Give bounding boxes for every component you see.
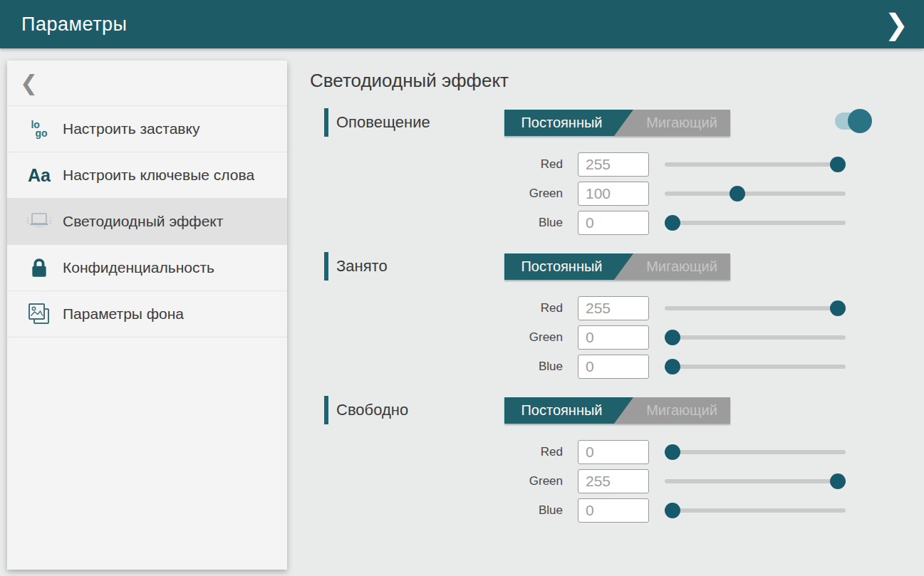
- notification-enabled-toggle[interactable]: [835, 109, 872, 133]
- background-image-icon: [24, 302, 54, 326]
- sidebar-item-screensaver[interactable]: logo Настроить заставку: [7, 106, 287, 152]
- slider-thumb[interactable]: [665, 215, 680, 231]
- sidebar-item-privacy[interactable]: Конфиденциальность: [7, 245, 287, 291]
- blue-slider[interactable]: [665, 503, 846, 518]
- mode-option-blinking[interactable]: Мигающий: [633, 253, 730, 280]
- blue-label: Blue: [310, 216, 563, 230]
- green-slider[interactable]: [665, 330, 846, 345]
- mode-option-constant[interactable]: Постоянный: [504, 253, 633, 280]
- slider-track: [665, 450, 846, 454]
- blue-label: Blue: [310, 503, 563, 518]
- red-slider[interactable]: [665, 300, 846, 316]
- green-value-input[interactable]: [578, 182, 649, 206]
- rgb-row-blue: Blue: [310, 355, 924, 379]
- mode-option-blinking[interactable]: Мигающий: [633, 397, 730, 424]
- back-chevron-icon: ❮: [20, 73, 38, 94]
- mode-segmented-control: Постоянный Мигающий: [504, 110, 730, 136]
- sidebar-item-label: Светодиодный эффект: [63, 212, 223, 231]
- sidebar-collapse-button[interactable]: ❮: [7, 61, 287, 106]
- led-section-free: Свободно Постоянный Мигающий Red Green B…: [310, 396, 924, 523]
- slider-thumb[interactable]: [830, 300, 846, 316]
- rgb-row-red: Red: [310, 152, 924, 177]
- mode-segmented-control: Постоянный Мигающий: [504, 397, 730, 424]
- slider-thumb[interactable]: [665, 503, 680, 518]
- slider-track: [665, 335, 846, 340]
- green-label: Green: [310, 187, 563, 201]
- blue-value-input[interactable]: [578, 211, 649, 235]
- mode-option-constant[interactable]: Постоянный: [504, 397, 633, 424]
- rgb-row-green: Green: [310, 469, 924, 493]
- slider-track: [665, 162, 846, 167]
- green-value-input[interactable]: [578, 469, 649, 493]
- red-value-input[interactable]: [578, 296, 649, 320]
- mode-segmented-control: Постоянный Мигающий: [504, 253, 730, 280]
- mode-option-blinking[interactable]: Мигающий: [633, 110, 730, 136]
- section-accent-bar: [324, 252, 328, 281]
- page-title: Параметры: [21, 14, 127, 36]
- rgb-row-blue: Blue: [310, 211, 924, 235]
- red-label: Red: [310, 445, 563, 459]
- sidebar-item-label: Настроить заставку: [63, 120, 199, 138]
- section-title: Оповещение: [336, 113, 430, 132]
- rgb-row-red: Red: [310, 296, 924, 320]
- red-slider[interactable]: [665, 157, 846, 172]
- slider-thumb[interactable]: [665, 444, 680, 460]
- green-label: Green: [310, 330, 563, 345]
- panel-title: Светодиодный эффект: [310, 70, 924, 94]
- slider-thumb[interactable]: [730, 186, 745, 201]
- rgb-row-red: Red: [310, 440, 924, 464]
- red-label: Red: [310, 157, 563, 172]
- section-accent-bar: [324, 108, 328, 137]
- led-section-notification: Оповещение Постоянный Мигающий Red Green: [310, 108, 924, 235]
- slider-thumb[interactable]: [830, 473, 846, 489]
- slider-track: [665, 365, 846, 369]
- led-section-busy: Занято Постоянный Мигающий Red Green Blu…: [310, 252, 924, 379]
- blue-slider[interactable]: [665, 215, 846, 231]
- led-effect-panel: Светодиодный эффект Оповещение Постоянны…: [310, 48, 924, 576]
- red-label: Red: [310, 301, 563, 315]
- sidebar-item-background[interactable]: Параметры фона: [7, 291, 287, 337]
- app-header: Параметры ❯: [0, 0, 924, 48]
- sidebar-item-keywords[interactable]: Aa Настроить ключевые слова: [7, 152, 287, 199]
- logo-text-icon: logo: [24, 120, 54, 137]
- slider-track: [665, 508, 846, 513]
- blue-slider[interactable]: [665, 359, 846, 375]
- forward-chevron-icon[interactable]: ❯: [884, 10, 908, 38]
- red-slider[interactable]: [665, 444, 846, 460]
- slider-thumb[interactable]: [665, 330, 680, 345]
- green-slider[interactable]: [665, 473, 846, 489]
- red-value-input[interactable]: [578, 440, 649, 464]
- slider-track: [665, 221, 846, 225]
- section-title: Занято: [336, 257, 388, 276]
- green-slider[interactable]: [665, 186, 846, 201]
- rgb-row-blue: Blue: [310, 498, 924, 523]
- sidebar-item-label: Параметры фона: [63, 305, 184, 323]
- toggle-thumb: [848, 109, 872, 133]
- mode-option-constant[interactable]: Постоянный: [504, 110, 633, 136]
- green-label: Green: [310, 474, 563, 488]
- keywords-aa-icon: Aa: [24, 165, 54, 186]
- sidebar-item-led-effect[interactable]: Светодиодный эффект: [7, 199, 287, 245]
- slider-track: [665, 192, 846, 196]
- rgb-row-green: Green: [310, 325, 924, 350]
- blue-label: Blue: [310, 360, 563, 374]
- blue-value-input[interactable]: [578, 498, 649, 523]
- green-value-input[interactable]: [578, 325, 649, 350]
- rgb-row-green: Green: [310, 182, 924, 206]
- slider-thumb[interactable]: [665, 359, 680, 375]
- section-accent-bar: [324, 396, 328, 424]
- led-display-icon: [24, 210, 54, 233]
- lock-icon: [24, 257, 54, 278]
- blue-value-input[interactable]: [578, 355, 649, 379]
- sidebar-item-label: Конфиденциальность: [63, 258, 214, 277]
- sidebar-item-label: Настроить ключевые слова: [63, 166, 254, 184]
- slider-track: [665, 306, 846, 310]
- section-title: Свободно: [336, 401, 408, 419]
- settings-sidebar: ❮ logo Настроить заставку Aa Настроить к…: [7, 61, 287, 570]
- slider-thumb[interactable]: [830, 157, 846, 172]
- slider-track: [665, 479, 846, 483]
- red-value-input[interactable]: [578, 152, 649, 177]
